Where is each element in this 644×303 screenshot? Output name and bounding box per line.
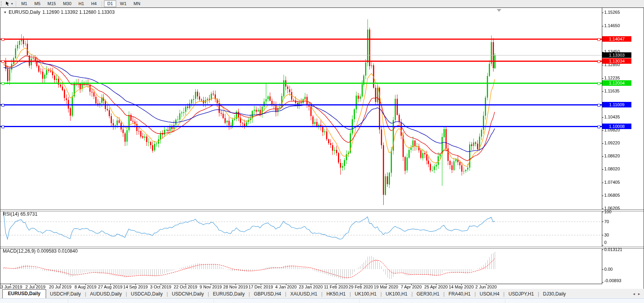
time-tick-label: 2 Jun 2020 [475, 285, 497, 289]
timeframe-toolbar: ▼ M1M5M15M30H1H4D1W1MN [0, 0, 644, 8]
price-tick-label: 1.11635 [604, 89, 620, 93]
time-tick-label: 29 Feb 2020 [349, 285, 373, 289]
status-bar-divider [359, 299, 360, 303]
timeframe-button-d1[interactable]: D1 [104, 0, 116, 7]
tab-dj30-daily[interactable]: DJ30,Daily [539, 290, 570, 298]
support-line-blue-lower[interactable] [0, 126, 602, 127]
support-line-blue-upper-handle[interactable] [598, 104, 600, 107]
macd-pane-separator[interactable] [0, 247, 644, 249]
resistance-line-lower-handle[interactable] [2, 60, 4, 63]
mt4-window: ▼ M1M5M15M30H1H4D1W1MN ▼ EURUSD,Daily 1.… [0, 0, 644, 303]
price-tick-mark [602, 143, 603, 144]
chevron-down-icon: ▼ [11, 2, 13, 5]
timeframe-button-mn[interactable]: MN [130, 0, 143, 7]
rsi-tick-mark [602, 245, 603, 246]
status-bar [0, 298, 644, 303]
tab-audusd-daily[interactable]: AUDUSD,Daily [86, 290, 126, 298]
price-tick-mark [602, 78, 603, 79]
resistance-line-upper[interactable] [0, 39, 602, 40]
rsi-tick-mark [602, 212, 603, 212]
price-tick-label: 1.14650 [604, 23, 620, 28]
tab-scroll-right-icon[interactable]: ▸ [638, 292, 640, 296]
macd-tick-label: -0.00893 [604, 278, 621, 283]
chart-ohlc-values: 1.12690 1.13392 1.12680 1.13303 [43, 9, 115, 15]
tab-hk50-h1[interactable]: HK50,H1 [323, 290, 350, 298]
price-tick-mark [602, 156, 603, 157]
time-tick-label: 28 Nov 2019 [223, 285, 248, 289]
time-tick-label: 2 Jul 2019 [26, 285, 46, 289]
macd-tick-mark [602, 282, 603, 283]
price-tick-label: 1.15265 [604, 10, 620, 15]
tab-uk100-h1[interactable]: UK100,H1 [382, 290, 411, 298]
toolbar-separator [102, 1, 102, 7]
toolbar-separator [16, 1, 16, 7]
macd-indicator-label: MACD(12,26,9) 0.009583 0.010840 [3, 248, 78, 254]
resistance-line-lower-handle[interactable] [598, 60, 600, 63]
resistance-line-upper-handle[interactable] [598, 38, 600, 41]
bid-price-line [0, 55, 602, 55]
chart-shift-marker[interactable] [497, 9, 501, 12]
chart-symbol-label: EURUSD,Daily [9, 9, 41, 15]
chart-window: ▼ EURUSD,Daily 1.12690 1.13392 1.12680 1… [0, 7, 644, 289]
support-line-blue-lower-price-tag: 1.10008 [602, 124, 631, 129]
status-bar-divider [68, 299, 68, 303]
tab-usdjpy-h1[interactable]: USDJPY,H1 [505, 290, 538, 298]
tab-usdcad-daily[interactable]: USDCAD,Daily [127, 290, 167, 298]
price-tick-label: 1.10435 [604, 115, 620, 119]
rsi-tick-mark [602, 222, 603, 222]
macd-tick-label: 0.00 [604, 267, 612, 272]
price-tick-label: 1.06805 [604, 193, 620, 198]
time-tick-label: 19 Mar 2020 [374, 285, 398, 289]
time-tick-label: 23 Jan 2020 [299, 285, 323, 289]
timeframe-button-m30[interactable]: M30 [60, 0, 74, 7]
price-tick-mark [602, 209, 603, 209]
tab-uk100-h1[interactable]: UK100,H1 [351, 290, 380, 298]
support-line-green-handle[interactable] [598, 82, 600, 85]
tab-scroll-left-icon[interactable]: ◂ [633, 292, 635, 296]
tab-gbpusd-h4[interactable]: GBPUSD,H4 [250, 290, 285, 298]
resistance-line-upper-handle[interactable] [2, 38, 4, 41]
support-line-blue-lower-handle[interactable] [2, 126, 4, 128]
resistance-line-upper-price-tag: 1.14047 [602, 36, 631, 42]
support-line-blue-lower-handle[interactable] [598, 126, 600, 128]
price-tick-label: 1.08020 [604, 166, 620, 171]
price-axis-border[interactable] [602, 8, 602, 284]
tab-eurusd-daily[interactable]: EURUSD,Daily [209, 290, 249, 298]
timeframe-button-m15[interactable]: M15 [45, 0, 59, 7]
price-tick-mark [602, 65, 603, 65]
toolbar-grip[interactable] [1, 1, 3, 6]
tab-fra40-h1[interactable]: FRA40,H1 [445, 290, 475, 298]
support-line-green-handle[interactable] [2, 82, 4, 85]
status-bar-divider [505, 299, 505, 303]
timeframe-button-h1[interactable]: H1 [75, 0, 87, 7]
time-tick-label: 17 Dec 2019 [249, 285, 273, 289]
support-line-blue-upper-handle[interactable] [2, 104, 4, 107]
timeframe-button-h4[interactable]: H4 [88, 0, 100, 7]
tab-usdchf-daily[interactable]: USDCHF,Daily [46, 290, 85, 298]
price-tick-label: 1.09220 [604, 140, 620, 145]
price-tick-mark [602, 91, 603, 92]
rsi-tick-label: 70 [604, 219, 609, 224]
timeframe-buttons: M1M5M15M30H1H4D1W1MN [18, 0, 144, 7]
support-line-green[interactable] [0, 83, 602, 84]
timeframe-button-m1[interactable]: M1 [18, 0, 30, 7]
price-tick-mark [602, 26, 603, 26]
tab-ger30-h1[interactable]: GER30,H1 [413, 290, 444, 298]
chart-title: ▼ EURUSD,Daily 1.12690 1.13392 1.12680 1… [4, 9, 115, 15]
time-tick-label: 27 Aug 2019 [98, 285, 122, 289]
tab-xauusd-h1[interactable]: XAUUSD,H1 [286, 290, 321, 298]
timeframe-button-w1[interactable]: W1 [117, 0, 130, 7]
tab-usdcnh-daily[interactable]: USDCNH,Daily [168, 290, 208, 298]
cursor-tool-button[interactable]: ▼ [5, 1, 14, 6]
time-tick-label: 22 Oct 2019 [174, 285, 197, 289]
rsi-pane-separator[interactable] [0, 209, 644, 211]
tab-eurusd-daily[interactable]: EURUSD,Daily [2, 289, 46, 298]
price-tick-mark [602, 169, 603, 170]
resistance-line-lower[interactable] [0, 61, 602, 62]
cursor-icon [5, 1, 10, 6]
chart-collapse-icon[interactable]: ▼ [4, 11, 7, 14]
timeframe-button-m5[interactable]: M5 [31, 0, 43, 7]
support-line-blue-upper[interactable] [0, 104, 602, 105]
time-axis-border[interactable] [0, 284, 602, 284]
tab-usoil-h4[interactable]: USOil,H4 [476, 290, 503, 298]
